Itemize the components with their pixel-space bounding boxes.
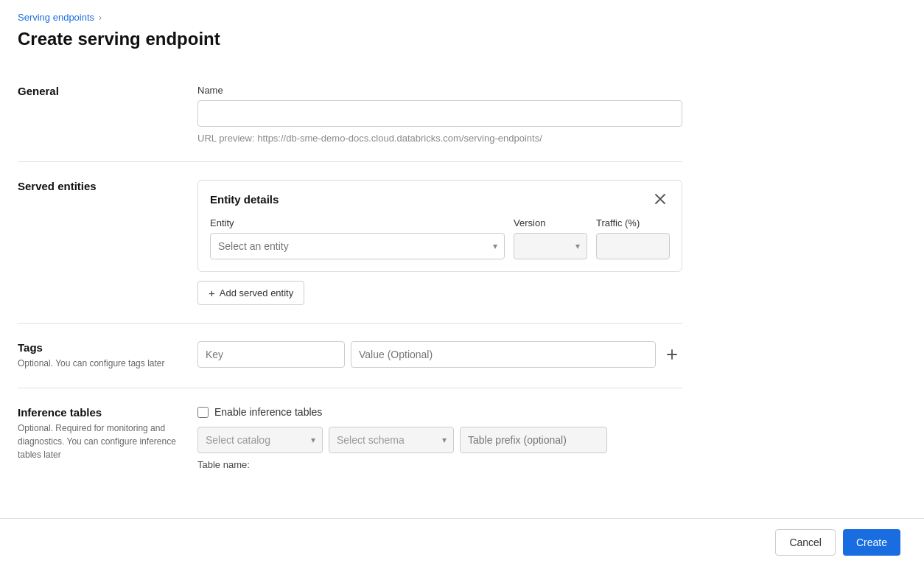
tag-key-input[interactable] <box>197 341 345 368</box>
version-label: Version <box>514 217 587 228</box>
tag-value-input[interactable] <box>351 341 656 368</box>
traffic-input[interactable]: 100 <box>596 233 670 259</box>
version-select-wrapper <box>514 233 587 259</box>
page-title: Create serving endpoint <box>18 29 682 49</box>
plus-icon <box>666 349 678 360</box>
url-preview-prefix: URL preview: <box>197 133 255 144</box>
entity-field-version: Version <box>514 217 587 259</box>
entity-select-wrapper <box>210 233 505 259</box>
breadcrumb-separator: › <box>99 13 102 23</box>
general-section: General Name URL preview: https://db-sme… <box>18 67 682 162</box>
add-served-entity-button[interactable]: + Add served entity <box>197 281 304 305</box>
url-preview: URL preview: https://db-sme-demo-docs.cl… <box>197 133 682 144</box>
entity-card: Entity details Entity <box>197 180 682 272</box>
entity-label: Entity <box>210 217 505 228</box>
tags-description: Optional. You can configure tags later <box>18 357 180 370</box>
inference-tables-heading: Inference tables <box>18 406 180 419</box>
tags-label: Tags Optional. You can configure tags la… <box>18 341 180 370</box>
close-icon <box>655 194 665 204</box>
inference-tables-content: Enable inference tables Select catalog S… <box>197 406 682 470</box>
table-name-label: Table name: <box>197 459 250 470</box>
catalog-select[interactable]: Select catalog <box>197 427 323 453</box>
tags-content <box>197 341 682 370</box>
served-entities-label: Served entities <box>18 180 180 305</box>
entity-select-input[interactable] <box>210 233 505 259</box>
close-entity-card-button[interactable] <box>651 192 670 206</box>
add-entity-label: Add served entity <box>220 287 293 298</box>
breadcrumb-link[interactable]: Serving endpoints <box>18 12 94 23</box>
url-preview-value: https://db-sme-demo-docs.cloud.databrick… <box>257 133 542 144</box>
schema-select-wrapper: Select schema <box>329 427 454 453</box>
table-prefix-input[interactable] <box>460 427 607 453</box>
entity-field-entity: Entity <box>210 217 505 259</box>
footer: Cancel Create <box>0 518 924 566</box>
general-section-content: Name URL preview: https://db-sme-demo-do… <box>197 85 682 144</box>
enable-inference-checkbox[interactable] <box>197 407 209 418</box>
tags-section: Tags Optional. You can configure tags la… <box>18 324 682 388</box>
add-tag-button[interactable] <box>662 347 682 362</box>
traffic-label: Traffic (%) <box>596 217 670 228</box>
entity-field-traffic: Traffic (%) 100 <box>596 217 670 259</box>
inference-tables-section: Inference tables Optional. Required for … <box>18 388 682 488</box>
version-select[interactable] <box>514 233 587 259</box>
plus-icon: + <box>209 287 215 299</box>
entity-card-title: Entity details <box>210 193 279 206</box>
tags-row <box>197 341 682 368</box>
breadcrumb: Serving endpoints › <box>18 12 682 23</box>
table-name-row: Table name: <box>197 459 682 470</box>
general-section-label: General <box>18 85 180 144</box>
inference-tables-description: Optional. Required for monitoring and di… <box>18 422 180 461</box>
create-button[interactable]: Create <box>843 529 900 556</box>
tags-heading: Tags <box>18 341 180 354</box>
catalog-select-wrapper: Select catalog <box>197 427 323 453</box>
schema-select[interactable]: Select schema <box>329 427 454 453</box>
entity-fields: Entity Version Tra <box>210 217 670 259</box>
inference-tables-label: Inference tables Optional. Required for … <box>18 406 180 470</box>
inference-selects-row: Select catalog Select schema <box>197 427 682 453</box>
entity-card-header: Entity details <box>210 192 670 206</box>
served-entities-content: Entity details Entity <box>197 180 682 305</box>
enable-inference-label[interactable]: Enable inference tables <box>214 406 322 418</box>
served-entities-heading: Served entities <box>18 180 180 192</box>
name-field-label: Name <box>197 85 682 96</box>
served-entities-section: Served entities Entity details Entity <box>18 162 682 324</box>
general-heading: General <box>18 85 180 97</box>
cancel-button[interactable]: Cancel <box>775 529 836 556</box>
name-input[interactable] <box>197 100 682 127</box>
enable-inference-row: Enable inference tables <box>197 406 682 418</box>
